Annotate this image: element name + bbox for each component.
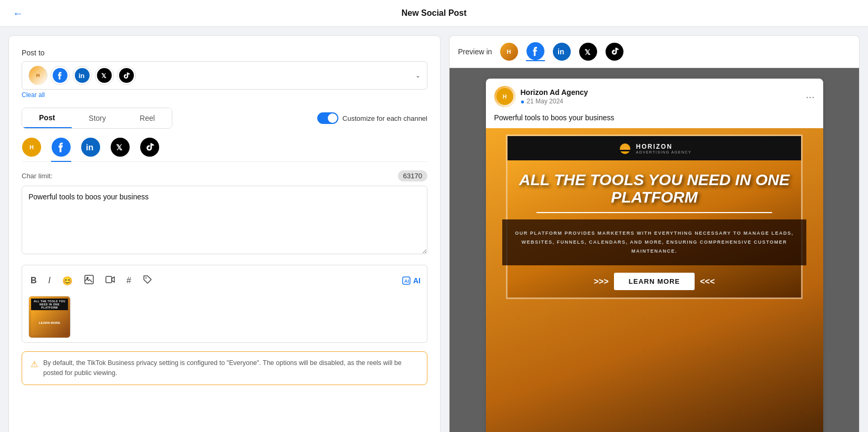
fb-right-arrows: <<< — [700, 277, 715, 286]
svg-text:in: in — [558, 47, 564, 56]
customize-toggle[interactable] — [317, 112, 338, 124]
preview-platform-twitter[interactable]: 𝕏 — [579, 42, 598, 61]
chevron-down-icon: ⌄ — [415, 72, 421, 79]
notice-text: By default, the TikTok Business privacy … — [43, 358, 418, 378]
media-thumb[interactable]: ALL THE TOOLS YOU NEED IN ONE PLATFORM L… — [28, 296, 71, 338]
preview-twitter-icon: 𝕏 — [579, 43, 597, 61]
platform-twitter[interactable]: 𝕏 — [110, 137, 130, 157]
horizon-icon: H — [22, 138, 41, 157]
fb-card-header: H Horizon Ad Agency ● 21 May 2024 ··· — [486, 79, 823, 111]
fb-card-post-text: Powerful tools to boos your business — [486, 111, 823, 128]
preview-platform-linkedin[interactable]: in — [552, 42, 571, 61]
fb-image-sub-text: OUR PLATFORM PROVIDES MARKETERS WITH EVE… — [513, 229, 796, 256]
platform-facebook[interactable] — [51, 137, 71, 157]
tab-reel[interactable]: Reel — [123, 108, 172, 128]
platforms-row: H in 𝕏 — [22, 137, 427, 162]
fb-image-divider — [537, 212, 772, 213]
platform-horizon[interactable]: H — [22, 137, 42, 157]
hashtag-button[interactable]: # — [124, 274, 133, 287]
post-to-section: Post to H in — [22, 49, 427, 99]
back-button[interactable]: ← — [13, 7, 23, 20]
italic-button[interactable]: I — [46, 274, 53, 287]
ai-button[interactable]: AI AI — [402, 276, 421, 285]
horizon-logo: HORIZON ADVERTISING AGENCY — [617, 142, 691, 154]
toolbar-container: B I 😊 # AI AI — [22, 265, 427, 343]
notice-box: ⚠ By default, the TikTok Business privac… — [22, 351, 427, 385]
page-title: New Social Post — [402, 8, 467, 18]
fb-post-date: 21 May 2024 — [526, 98, 563, 105]
content-textarea[interactable] — [22, 186, 427, 254]
preview-tiktok-icon — [606, 43, 623, 61]
preview-horizon-icon: H — [500, 43, 518, 61]
preview-platform-horizon[interactable]: H — [500, 42, 519, 61]
svg-point-15 — [145, 277, 147, 279]
media-thumb-inner: ALL THE TOOLS YOU NEED IN ONE PLATFORM L… — [29, 296, 70, 338]
fb-card: H Horizon Ad Agency ● 21 May 2024 ··· Po… — [486, 79, 823, 432]
tabs-row: Post Story Reel Customize for each chann… — [22, 108, 427, 129]
svg-rect-14 — [106, 276, 112, 283]
char-limit-row: Char limit: 63170 — [22, 170, 427, 181]
bold-button[interactable]: B — [28, 274, 39, 287]
media-thumbnail: ALL THE TOOLS YOU NEED IN ONE PLATFORM L… — [28, 296, 421, 338]
account-linkedin: in — [73, 66, 92, 85]
fb-card-image: HORIZON ADVERTISING AGENCY ALL THE TOOLS… — [486, 128, 823, 432]
accounts-icons: H in 𝕏 — [28, 66, 136, 85]
preview-header: Preview in H in 𝕏 — [449, 35, 860, 68]
svg-text:𝕏: 𝕏 — [116, 143, 123, 152]
tab-story[interactable]: Story — [72, 108, 123, 128]
account-horizon: H — [28, 66, 47, 85]
right-panel: Preview in H in 𝕏 — [449, 27, 868, 432]
post-to-label: Post to — [22, 49, 427, 57]
horizon-bar: HORIZON ADVERTISING AGENCY — [508, 136, 801, 160]
svg-text:𝕏: 𝕏 — [584, 48, 591, 56]
horizon-sun-icon — [617, 142, 633, 154]
svg-point-5 — [119, 68, 134, 83]
preview-platform-tiktok[interactable] — [605, 42, 624, 61]
account-facebook — [51, 66, 70, 85]
svg-point-23 — [606, 43, 623, 61]
customize-row: Customize for each channel — [317, 112, 427, 124]
fb-left-arrows: >>> — [594, 277, 609, 286]
fb-image-headline: ALL THE TOOLS YOU NEED IN ONE PLATFORM — [516, 171, 793, 206]
tag-button[interactable] — [141, 273, 154, 289]
char-limit-value: 63170 — [398, 170, 427, 181]
content-section: Char limit: 63170 — [22, 170, 427, 256]
left-panel: Post to H in — [8, 35, 441, 432]
fb-learn-more-btn[interactable]: LEARN MORE — [614, 273, 695, 290]
top-bar: ← New Social Post — [0, 0, 868, 27]
account-tiktok — [117, 66, 136, 85]
fb-card-more-button[interactable]: ··· — [806, 91, 815, 103]
fb-image-inner: HORIZON ADVERTISING AGENCY ALL THE TOOLS… — [506, 135, 803, 299]
clear-all-button[interactable]: Clear all — [22, 91, 45, 99]
svg-text:AI: AI — [404, 279, 409, 284]
customize-label: Customize for each channel — [343, 114, 427, 122]
svg-text:in: in — [79, 72, 85, 80]
preview-label: Preview in — [458, 47, 492, 56]
preview-linkedin-icon: in — [553, 43, 571, 61]
toolbar-left: B I 😊 # — [28, 273, 154, 289]
post-type-tabs: Post Story Reel — [22, 108, 172, 129]
accounts-row[interactable]: H in 𝕏 — [22, 61, 427, 90]
svg-point-11 — [140, 138, 159, 157]
fb-image-body: ALL THE TOOLS YOU NEED IN ONE PLATFORM O… — [508, 160, 801, 297]
fb-image-sub-box: OUR PLATFORM PROVIDES MARKETERS WITH EVE… — [502, 219, 807, 265]
toolbar-row: B I 😊 # AI AI — [28, 270, 421, 292]
fb-learn-row: >>> LEARN MORE <<< — [516, 265, 793, 297]
svg-rect-25 — [617, 150, 633, 151]
fb-card-info: Horizon Ad Agency ● 21 May 2024 — [521, 88, 806, 105]
platform-tiktok[interactable] — [140, 137, 160, 157]
video-button[interactable] — [103, 273, 117, 289]
tab-post[interactable]: Post — [22, 108, 72, 128]
emoji-button[interactable]: 😊 — [60, 274, 75, 288]
preview-platform-facebook[interactable] — [526, 42, 545, 61]
char-limit-label: Char limit: — [22, 172, 53, 180]
image-button[interactable] — [82, 273, 96, 289]
account-twitter: 𝕏 — [95, 66, 114, 85]
preview-facebook-icon — [526, 42, 544, 60]
fb-card-avatar: H — [494, 86, 515, 107]
svg-text:in: in — [86, 143, 93, 152]
platform-linkedin[interactable]: in — [81, 137, 101, 157]
horizon-name: HORIZON ADVERTISING AGENCY — [636, 143, 691, 154]
fb-account-name: Horizon Ad Agency — [521, 88, 806, 97]
fb-card-meta: ● 21 May 2024 — [521, 98, 806, 105]
